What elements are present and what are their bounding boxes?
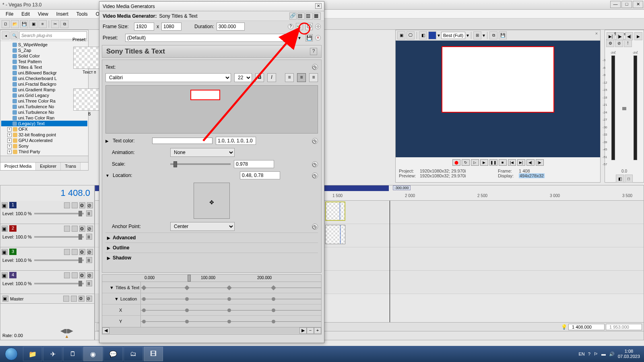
task-whatsapp-icon[interactable]: 💬 <box>103 347 123 361</box>
dialog-title[interactable]: Video Media Generators <box>99 2 324 11</box>
kf-scrollbar[interactable] <box>109 327 299 334</box>
menu-edit[interactable]: Edit <box>17 10 34 18</box>
scale-slider[interactable] <box>170 163 231 165</box>
loop-button[interactable]: ↻ <box>462 159 470 166</box>
tab-project-media[interactable]: Project Media <box>0 162 36 171</box>
master-track[interactable]: ▣Master ⚙⊘ <box>0 294 94 304</box>
meter-icon[interactable]: ⊘ <box>615 39 623 47</box>
preview-ext-icon[interactable]: 🖵 <box>407 31 415 39</box>
track-icon[interactable] <box>72 202 78 208</box>
meter-icon[interactable]: ! <box>624 39 632 47</box>
copy-icon[interactable]: ⧉ <box>60 20 68 28</box>
location-picker[interactable]: ✥ <box>194 183 230 219</box>
open-icon[interactable]: 📂 <box>11 20 19 28</box>
tray-volume-icon[interactable]: 🔊 <box>609 352 615 357</box>
meter-btn[interactable]: □ <box>625 175 633 183</box>
bold-button[interactable]: B <box>255 73 264 82</box>
close-button[interactable]: ✕ <box>633 1 643 8</box>
task-telegram-icon[interactable]: ✈ <box>43 347 62 361</box>
animation-select[interactable]: None <box>170 148 235 157</box>
maximize-button[interactable]: □ <box>621 1 632 8</box>
ripple-icon[interactable]: ◀| <box>625 32 633 40</box>
preview-quality-select[interactable]: Best (Full) <box>441 32 465 39</box>
track-1[interactable]: ▣1⚙⊘ Level: 100.0 %⫼ <box>0 201 94 224</box>
menu-tools[interactable]: Tools <box>72 10 92 18</box>
tray-flag-icon[interactable]: 🏳 <box>594 352 598 356</box>
kf-lane[interactable] <box>140 316 321 327</box>
track-4[interactable]: ▣4⚙⊘ Level: 100.0 %⫼ <box>0 271 94 294</box>
pan-icon[interactable]: ⫼ <box>86 210 92 216</box>
clip[interactable] <box>325 225 345 244</box>
new-icon[interactable]: 🗋 <box>2 20 10 28</box>
view-icon[interactable]: ▦ <box>314 12 321 20</box>
panel-close-icon[interactable]: × <box>594 31 599 37</box>
minimize-button[interactable]: — <box>610 1 621 8</box>
task-vegas-icon[interactable]: 🎞 <box>144 347 163 361</box>
clip[interactable] <box>325 202 345 221</box>
task-notes-icon[interactable]: 🗒 <box>63 347 83 361</box>
scroll-left-button[interactable]: ◀ <box>102 327 109 334</box>
stop-button[interactable]: ■ <box>499 159 507 166</box>
align-left-button[interactable]: ≡ <box>285 73 294 82</box>
italic-button[interactable]: I <box>267 73 276 82</box>
timecode-1[interactable]: 1 408.000 <box>568 324 605 330</box>
color-value-input[interactable] <box>216 137 256 145</box>
align-right-button[interactable]: ≡ <box>309 73 318 82</box>
fader-thumb[interactable] <box>622 107 626 110</box>
mute-icon[interactable]: ⊘ <box>87 202 93 208</box>
zoom-out-button[interactable]: − <box>307 327 314 334</box>
align-center-button[interactable]: ≡ <box>297 73 306 82</box>
track-2[interactable]: ▣2⚙⊘ Level: 100.0 %⫼ <box>0 224 94 247</box>
task-folder-icon[interactable]: 🗂 <box>124 347 143 361</box>
preset-thumb[interactable] <box>73 47 101 69</box>
preview-fx-icon[interactable]: ▣ <box>397 31 405 39</box>
tray-network-icon[interactable]: ▬ <box>601 352 606 356</box>
fx-icon[interactable] <box>64 202 70 208</box>
search-icon[interactable]: 🔍 <box>10 31 19 39</box>
scroll-right-button[interactable]: ▶ <box>299 327 307 334</box>
menu-insert[interactable]: Insert <box>52 10 72 18</box>
frame-height-input[interactable] <box>161 23 182 31</box>
prev-frame-button[interactable]: ◀| <box>526 159 535 166</box>
play-button[interactable]: ▶ <box>480 159 488 166</box>
save-preset-button[interactable]: 💾 <box>305 34 313 41</box>
duration-input[interactable] <box>217 23 245 31</box>
view-icon[interactable]: ▥ <box>305 12 313 20</box>
record-button[interactable]: ⬤ <box>452 159 460 166</box>
go-end-button[interactable]: ▶| <box>517 159 525 166</box>
shadow-section[interactable]: ▶Shadow <box>105 253 318 263</box>
track-3[interactable]: ▣3⚙⊘ Level: 100.0 %⫼ <box>0 247 94 271</box>
kf-lane[interactable] <box>140 304 321 315</box>
font-size-select[interactable]: 22 <box>234 73 252 82</box>
copy-snapshot-icon[interactable]: ⧉ <box>489 31 497 39</box>
advanced-section[interactable]: ▶Advanced <box>105 232 318 243</box>
kf-playhead[interactable] <box>188 275 191 282</box>
track-expand-icon[interactable]: ▣ <box>2 202 8 208</box>
task-chrome-icon[interactable]: ◉ <box>83 347 103 361</box>
zoom-in-button[interactable]: + <box>314 327 321 334</box>
tray-help-icon[interactable]: ? <box>588 352 590 356</box>
pan-icon[interactable]: ⊹ <box>315 24 321 29</box>
rate-scrub[interactable]: ◀▮▮▶▲ <box>60 327 72 339</box>
menu-view[interactable]: View <box>34 10 52 18</box>
back-icon[interactable]: ◂ <box>2 31 10 39</box>
animate-icon[interactable]: ◷ <box>312 138 318 144</box>
preview-icon[interactable]: ⊞ <box>473 31 481 39</box>
animate-icon[interactable]: ◷ <box>312 64 318 70</box>
meter-icon[interactable]: ⚙ <box>606 39 614 47</box>
frame-width-input[interactable] <box>134 23 154 31</box>
menu-file[interactable]: File <box>2 10 17 18</box>
color-swatch[interactable] <box>152 138 213 144</box>
view-icon[interactable]: ▤ <box>297 12 305 20</box>
kf-lane[interactable] <box>140 293 321 304</box>
location-input[interactable] <box>240 171 280 179</box>
play-cursor[interactable] <box>390 201 390 323</box>
tray-clock[interactable]: 1:0807.03.2023 <box>618 349 640 359</box>
anchor-select[interactable]: Center <box>170 222 235 231</box>
preview-split-icon[interactable]: ◧ <box>419 31 427 39</box>
kf-lane[interactable] <box>140 282 321 293</box>
go-start-button[interactable]: |◀ <box>508 159 516 166</box>
scale-input[interactable] <box>234 160 274 168</box>
ripple-icon[interactable]: ▶| <box>607 32 615 40</box>
pause-button[interactable]: ❚❚ <box>489 159 497 166</box>
